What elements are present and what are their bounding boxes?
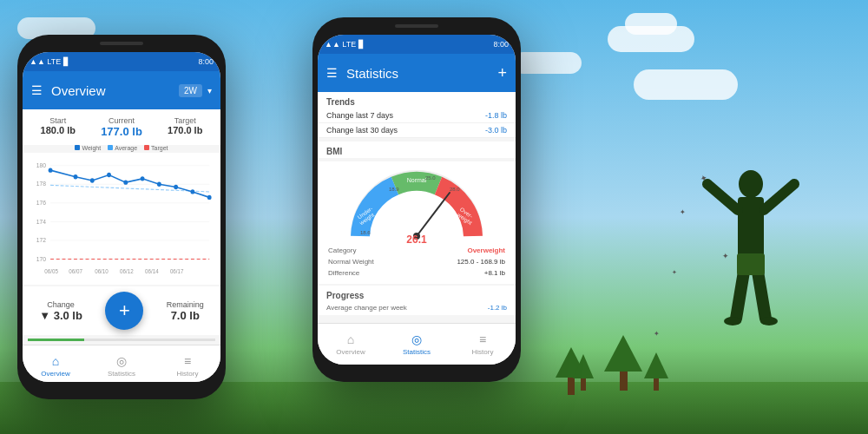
dropdown-icon[interactable]: ▾ <box>207 86 212 95</box>
tree-4 <box>644 352 668 391</box>
svg-text:Normal: Normal <box>407 177 427 183</box>
svg-text:18.9: 18.9 <box>389 187 399 192</box>
nav-overview-phone1[interactable]: ⌂ Overview <box>23 345 89 382</box>
cloud-4 <box>634 69 738 100</box>
svg-line-3 <box>764 184 794 210</box>
svg-point-28 <box>141 176 145 181</box>
butterfly-4: ✦ <box>672 269 677 276</box>
svg-text:174: 174 <box>36 218 46 225</box>
bottom-nav-phone2: ⌂ Overview ◎ Statistics ≡ History <box>318 323 516 365</box>
history-icon: ≡ <box>184 354 191 368</box>
butterfly-3: ✦ <box>722 252 729 260</box>
svg-text:172: 172 <box>36 237 46 244</box>
add-fab-phone1[interactable]: + <box>105 292 143 330</box>
clock-phone1: 8:00 <box>198 57 214 66</box>
svg-text:06/07: 06/07 <box>69 267 82 273</box>
trend-30days: Change last 30 days -3.0 lb <box>318 123 516 138</box>
phone2-screen: ▲▲ LTE ▊ 8:00 ☰ Statistics + Trends Chan… <box>318 35 516 365</box>
bmi-section-title: BMI <box>318 141 516 158</box>
header-title-phone2: Statistics <box>346 66 497 81</box>
svg-point-29 <box>157 182 161 187</box>
statistics-icon-phone2: ◎ <box>411 332 422 346</box>
person-silhouette <box>694 167 807 392</box>
tree-2 <box>573 354 594 391</box>
header-phone2: ☰ Statistics + <box>318 54 516 92</box>
bmi-normalweight-row: Normal Weight 125.0 - 168.9 lb <box>323 256 510 267</box>
clock-phone2: 8:00 <box>493 40 509 49</box>
statistics-icon: ◎ <box>116 354 127 368</box>
svg-point-31 <box>191 189 195 194</box>
svg-text:170: 170 <box>36 255 46 262</box>
svg-text:178: 178 <box>36 181 46 187</box>
remaining-stat: Remaining 7.0 lb <box>167 300 204 322</box>
history-icon-phone2: ≡ <box>479 332 486 346</box>
stats-row-phone1: Start 180.0 lb Current 177.0 lb Target 1… <box>23 109 220 145</box>
svg-text:06/14: 06/14 <box>145 267 159 273</box>
svg-text:06/12: 06/12 <box>120 267 134 273</box>
butterfly-2: ✦ <box>680 208 686 216</box>
svg-rect-8 <box>737 253 765 275</box>
svg-text:28.0: 28.0 <box>450 187 460 192</box>
chart-legend: Weight Average Target <box>23 145 220 151</box>
svg-point-7 <box>760 317 778 326</box>
trends-section-title: Trends <box>318 92 516 108</box>
period-button[interactable]: 2W <box>179 84 202 97</box>
bottom-nav-phone1: ⌂ Overview ◎ Statistics ≡ History <box>23 345 220 382</box>
current-stat: Current 177.0 lb <box>101 116 142 138</box>
cloud-2 <box>625 13 677 35</box>
bmi-category-row: Category Overweight <box>323 245 510 256</box>
svg-point-25 <box>90 178 95 182</box>
header-phone1: ☰ Overview 2W ▾ <box>23 71 220 109</box>
svg-point-27 <box>123 180 128 184</box>
svg-point-6 <box>724 317 741 326</box>
target-stat: Target 170.0 lb <box>168 116 202 138</box>
svg-text:06/17: 06/17 <box>170 267 184 273</box>
svg-point-0 <box>739 170 763 198</box>
nav-history-phone1[interactable]: ≡ History <box>155 345 220 382</box>
svg-text:180: 180 <box>36 162 46 169</box>
add-icon-phone2[interactable]: + <box>497 64 507 82</box>
svg-text:06/10: 06/10 <box>95 267 108 273</box>
nav-statistics-phone1[interactable]: ◎ Statistics <box>89 345 155 382</box>
phone-statistics: ▲▲ LTE ▊ 8:00 ☰ Statistics + Trends Chan… <box>312 17 521 382</box>
trend-7days: Change last 7 days -1.8 lb <box>318 108 516 123</box>
nav-history-phone2[interactable]: ≡ History <box>450 324 516 365</box>
svg-point-23 <box>49 168 53 172</box>
svg-point-32 <box>207 195 212 200</box>
signal-icons-phone1: ▲▲ LTE ▊ <box>30 57 69 66</box>
svg-point-30 <box>174 185 178 189</box>
speaker-phone2 <box>395 24 438 28</box>
start-stat: Start 180.0 lb <box>41 116 76 138</box>
header-controls-phone1: 2W ▾ <box>179 84 212 97</box>
status-bar-phone2: ▲▲ LTE ▊ 8:00 <box>318 35 516 54</box>
menu-icon-phone1[interactable]: ☰ <box>31 83 43 97</box>
overview-icon-phone2: ⌂ <box>347 332 354 346</box>
svg-text:18.6: 18.6 <box>360 230 371 235</box>
butterfly-5: ✦ <box>654 330 660 338</box>
svg-line-2 <box>707 184 738 210</box>
nav-statistics-phone2[interactable]: ◎ Statistics <box>384 324 450 365</box>
svg-text:176: 176 <box>36 200 46 207</box>
progress-avg-row: Average change per week -1.2 lb <box>318 302 516 315</box>
status-bar-phone1: ▲▲ LTE ▊ 8:00 <box>23 52 220 71</box>
phone1-screen: ▲▲ LTE ▊ 8:00 ☰ Overview 2W ▾ Start 180.… <box>23 52 220 382</box>
nav-overview-phone2[interactable]: ⌂ Overview <box>318 324 384 365</box>
chart-svg: 180 178 176 174 172 170 <box>30 156 214 278</box>
svg-text:25.0: 25.0 <box>425 175 436 181</box>
change-arrow: ▼ <box>39 309 53 322</box>
svg-point-26 <box>107 173 111 177</box>
change-stat: Change ▼ 3.0 lb <box>39 300 82 322</box>
cloud-3 <box>512 52 582 74</box>
signal-icons-phone2: ▲▲ LTE ▊ <box>325 40 365 49</box>
bottom-data-phone1: Change ▼ 3.0 lb + Remaining 7.0 lb <box>23 286 220 335</box>
overview-icon: ⌂ <box>52 354 59 368</box>
svg-text:26.1: 26.1 <box>406 233 427 245</box>
bmi-details: Category Overweight Normal Weight 125.0 … <box>323 245 510 279</box>
progress-fill-phone1 <box>28 339 84 341</box>
tree-3 <box>604 335 642 391</box>
progress-section-title: Progress <box>318 286 516 302</box>
svg-text:06/05: 06/05 <box>44 267 58 273</box>
svg-line-48 <box>417 193 450 236</box>
bmi-difference-row: Difference +8.1 lb <box>323 267 510 279</box>
menu-icon-phone2[interactable]: ☰ <box>326 66 338 80</box>
